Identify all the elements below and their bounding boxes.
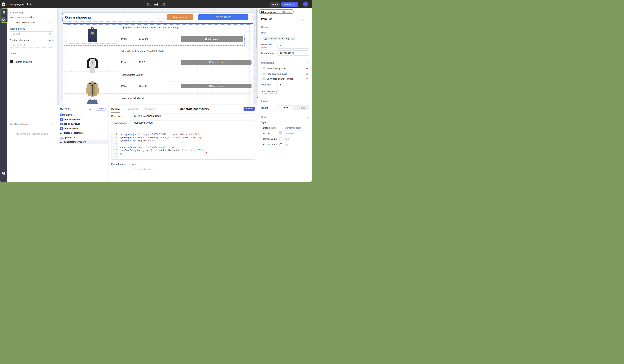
svg-text:?: ? [3, 172, 4, 174]
